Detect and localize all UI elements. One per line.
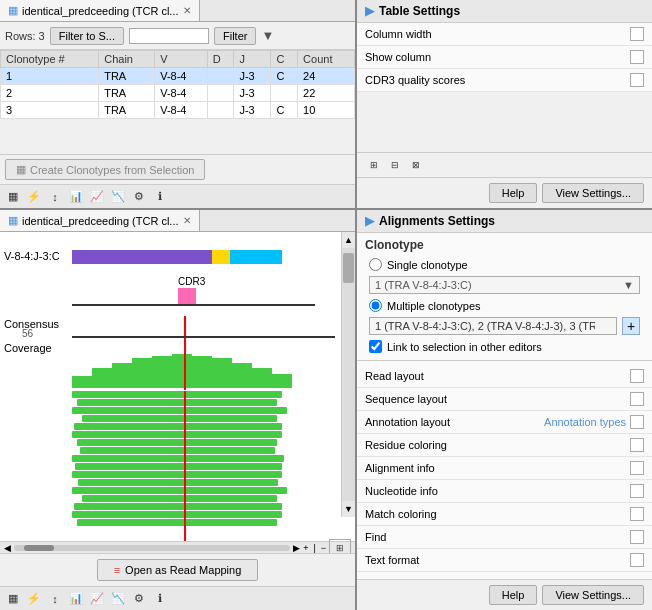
alignment-settings-row[interactable]: Alignment info xyxy=(357,457,652,480)
col-clonotype[interactable]: Clonotype # xyxy=(1,51,99,68)
read-line xyxy=(72,431,282,438)
alignment-settings-row[interactable]: Residue coloring xyxy=(357,434,652,457)
icon-chart3[interactable]: 📉 xyxy=(109,188,127,206)
table-settings-panel: ▶ Table Settings Column widthShow column… xyxy=(357,0,652,208)
multiple-dropdown-row: 1 (TRA V-8-4:J-3:C), 2 (TRA V-8-4:J-3), … xyxy=(357,315,652,337)
zoom-in-btn[interactable]: + xyxy=(303,543,308,553)
filter-input[interactable] xyxy=(129,28,209,44)
scroll-thumb-h[interactable] xyxy=(24,545,54,551)
settings-row-checkbox[interactable] xyxy=(630,27,644,41)
alignment-settings-checkbox[interactable] xyxy=(630,438,644,452)
alignment-settings-row[interactable]: Nucleotide info xyxy=(357,480,652,503)
bottom-icon-2[interactable]: ⚡ xyxy=(25,590,43,608)
scroll-left-btn[interactable]: ◀ xyxy=(4,543,11,553)
alignment-settings-row[interactable]: Match coloring xyxy=(357,503,652,526)
settings-icon-2[interactable]: ⊟ xyxy=(386,156,404,174)
alignment-view-settings-button[interactable]: View Settings... xyxy=(542,585,644,605)
icon-settings[interactable]: ⚙ xyxy=(130,188,148,206)
vertical-scrollbar[interactable]: ▲ ▼ xyxy=(341,232,355,517)
table-row[interactable]: 1TRAV-8-4J-3C24 xyxy=(1,68,355,85)
col-c[interactable]: C xyxy=(271,51,298,68)
red-line-reads xyxy=(184,391,186,541)
single-dropdown-arrow: ▼ xyxy=(623,279,634,291)
alignment-settings-checkbox[interactable] xyxy=(630,507,644,521)
open-read-mapping-button[interactable]: ≡ Open as Read Mapping xyxy=(97,559,259,581)
create-clonotypes-button[interactable]: ▦ Create Clonotypes from Selection xyxy=(5,159,205,180)
bottom-icon-3[interactable]: ↕ xyxy=(46,590,64,608)
alignment-settings-checkbox[interactable] xyxy=(630,484,644,498)
alignment-view-panel: ▦ identical_predceeding (TCR cl... ✕ ▲ ▼… xyxy=(0,210,357,610)
col-j[interactable]: J xyxy=(234,51,271,68)
scroll-down-btn[interactable]: ▼ xyxy=(342,501,355,517)
col-chain[interactable]: Chain xyxy=(99,51,155,68)
link-selection-row: Link to selection in other editors xyxy=(357,337,652,356)
table-view-settings-button[interactable]: View Settings... xyxy=(542,183,644,203)
bottom-icon-6[interactable]: 📉 xyxy=(109,590,127,608)
scroll-right-btn[interactable]: ▶ xyxy=(293,543,300,553)
read-line xyxy=(72,407,287,414)
scroll-thumb[interactable] xyxy=(343,253,354,283)
col-count[interactable]: Count xyxy=(298,51,355,68)
icon-info[interactable]: ℹ xyxy=(151,188,169,206)
settings-row-item[interactable]: Column width xyxy=(357,23,652,46)
alignment-settings-checkbox[interactable] xyxy=(630,530,644,544)
col-v[interactable]: V xyxy=(155,51,208,68)
link-selection-label: Link to selection in other editors xyxy=(387,341,542,353)
bottom-icon-5[interactable]: 📈 xyxy=(88,590,106,608)
alignment-settings-checkbox[interactable] xyxy=(630,553,644,567)
horizontal-scrollbar[interactable]: ◀ ▶ + | − ⊞ xyxy=(0,541,355,553)
bottom-icon-7[interactable]: ⚙ xyxy=(130,590,148,608)
alignment-settings-row[interactable]: Read layout xyxy=(357,365,652,388)
bottom-icon-1[interactable]: ▦ xyxy=(4,590,22,608)
filter-to-button[interactable]: Filter to S... xyxy=(50,27,124,45)
link-selection-checkbox[interactable] xyxy=(369,340,382,353)
cell-count: 10 xyxy=(298,102,355,119)
alignment-settings-checkbox[interactable] xyxy=(630,415,644,429)
table-row[interactable]: 2TRAV-8-4J-322 xyxy=(1,85,355,102)
alignment-settings-row[interactable]: Find xyxy=(357,526,652,549)
single-clonotype-radio[interactable] xyxy=(369,258,382,271)
top-tab-bar: ▦ identical_predceeding (TCR cl... ✕ xyxy=(0,0,355,22)
icon-chart2[interactable]: 📈 xyxy=(88,188,106,206)
multiple-dropdown[interactable]: 1 (TRA V-8-4:J-3:C), 2 (TRA V-8-4:J-3), … xyxy=(369,317,617,335)
table-help-button[interactable]: Help xyxy=(489,183,538,203)
settings-icon-1[interactable]: ⊞ xyxy=(365,156,383,174)
settings-icon-3[interactable]: ⊠ xyxy=(407,156,425,174)
icon-sort[interactable]: ↕ xyxy=(46,188,64,206)
settings-row-item[interactable]: Show column xyxy=(357,46,652,69)
bottom-icon-8[interactable]: ℹ xyxy=(151,590,169,608)
col-d[interactable]: D xyxy=(207,51,234,68)
scroll-up-btn[interactable]: ▲ xyxy=(342,232,355,248)
single-clonotype-row[interactable]: Single clonotype xyxy=(357,255,652,274)
icon-filter[interactable]: ⚡ xyxy=(25,188,43,206)
multiple-clonotype-radio[interactable] xyxy=(369,299,382,312)
alignment-settings-checkbox[interactable] xyxy=(630,461,644,475)
alignment-settings-row[interactable]: Sequence layout xyxy=(357,388,652,411)
bottom-tab-close[interactable]: ✕ xyxy=(183,215,191,226)
filter-dropdown-icon[interactable]: ▼ xyxy=(261,28,274,43)
bottom-icon-4[interactable]: 📊 xyxy=(67,590,85,608)
alignment-settings-row[interactable]: Annotation layoutAnnotation types xyxy=(357,411,652,434)
alignment-settings-checkbox[interactable] xyxy=(630,369,644,383)
zoom-out-btn[interactable]: − xyxy=(321,543,326,553)
alignment-help-button[interactable]: Help xyxy=(489,585,538,605)
settings-row-checkbox[interactable] xyxy=(630,73,644,87)
alignment-settings-row[interactable]: Text format xyxy=(357,549,652,572)
read-line xyxy=(82,415,277,422)
bottom-tab[interactable]: ▦ identical_predceeding (TCR cl... ✕ xyxy=(0,210,200,231)
settings-row-checkbox[interactable] xyxy=(630,50,644,64)
icon-chart1[interactable]: 📊 xyxy=(67,188,85,206)
filter-button[interactable]: Filter xyxy=(214,27,256,45)
add-clonotype-button[interactable]: + xyxy=(622,317,640,335)
table-row[interactable]: 3TRAV-8-4J-3C10 xyxy=(1,102,355,119)
multiple-clonotype-row[interactable]: Multiple clonotypes xyxy=(357,296,652,315)
icon-table[interactable]: ▦ xyxy=(4,188,22,206)
read-line xyxy=(74,423,282,430)
annotation-types-link[interactable]: Annotation types xyxy=(544,416,626,428)
top-tab-close[interactable]: ✕ xyxy=(183,5,191,16)
alignment-settings-checkbox[interactable] xyxy=(630,392,644,406)
single-dropdown[interactable]: 1 (TRA V-8-4:J-3:C) ▼ xyxy=(369,276,640,294)
top-tab[interactable]: ▦ identical_predceeding (TCR cl... ✕ xyxy=(0,0,200,21)
settings-row-item[interactable]: CDR3 quality scores xyxy=(357,69,652,92)
cell-j: J-3 xyxy=(234,68,271,85)
